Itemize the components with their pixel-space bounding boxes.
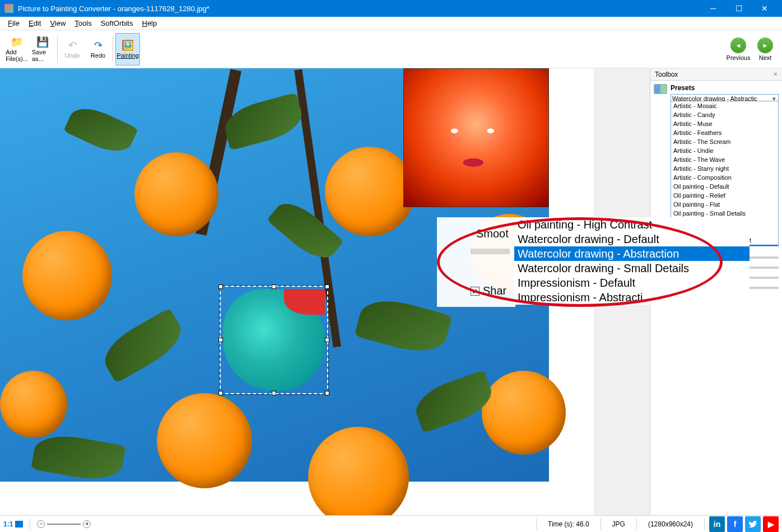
previous-label: Previous (727, 54, 751, 61)
menu-help[interactable]: Help (137, 18, 161, 29)
resize-handle-n[interactable] (272, 284, 276, 289)
fit-screen-icon[interactable] (15, 521, 23, 528)
status-format: JPG (606, 520, 632, 528)
resize-handle-e[interactable] (325, 338, 329, 342)
presets-label: Presets (671, 84, 779, 92)
twitter-icon[interactable] (745, 516, 761, 532)
painting-button[interactable]: 🖼️ Painting (115, 33, 140, 66)
preset-option[interactable]: Artistic - Starry night (671, 164, 778, 173)
app-icon (4, 4, 13, 13)
preset-option[interactable]: Artistic - Muse (671, 119, 778, 128)
menu-tools[interactable]: Tools (70, 18, 96, 29)
close-button[interactable]: ✕ (752, 0, 778, 17)
resize-handle-s[interactable] (272, 391, 276, 395)
undo-label: Undo (65, 52, 80, 59)
save-as-button[interactable]: 💾 Save as... (30, 33, 55, 66)
magnified-callout: Smoot ✓Shar Oil painting - High Contrast… (437, 217, 723, 307)
resize-handle-sw[interactable] (218, 391, 223, 395)
linkedin-icon[interactable]: in (709, 516, 725, 532)
preset-option[interactable]: Oil painting - Small Details (671, 209, 778, 218)
zoom-out-button[interactable]: − (37, 520, 45, 528)
selection-rectangle[interactable] (220, 286, 328, 394)
resize-handle-se[interactable] (325, 391, 329, 395)
preset-option[interactable]: Artistic - Composition (671, 173, 778, 182)
preset-option[interactable]: Oil painting - Default (671, 182, 778, 191)
add-files-icon: 📁 (11, 36, 22, 48)
menubar: File Edit View Tools SoftOrbits Help (0, 17, 782, 30)
menu-softorbits[interactable]: SoftOrbits (96, 18, 138, 29)
maximize-button[interactable]: ☐ (726, 0, 752, 17)
preset-option[interactable]: Artistic - Candy (671, 110, 778, 119)
zoom-in-button[interactable]: + (83, 520, 91, 528)
toolbar-separator-2 (113, 36, 113, 63)
zoom-ratio-label[interactable]: 1:1 (3, 520, 13, 528)
undo-icon: ↶ (67, 40, 78, 51)
toolbox-header: Toolbox ✕ (650, 68, 782, 81)
save-icon: 💾 (37, 36, 48, 48)
preset-option[interactable]: Artistic - Feathers (671, 128, 778, 137)
add-files-button[interactable]: 📁 Add File(s)... (4, 33, 29, 66)
selection-preview (223, 289, 325, 391)
previous-button[interactable]: ◄ Previous (726, 33, 751, 66)
preset-option[interactable]: Artistic - The Scream (671, 137, 778, 146)
minimize-button[interactable]: ─ (700, 0, 726, 17)
redo-button[interactable]: ↷ Redo (86, 33, 110, 66)
resize-handle-ne[interactable] (325, 284, 329, 289)
menu-view[interactable]: View (45, 18, 70, 29)
toolbar: 📁 Add File(s)... 💾 Save as... ↶ Undo ↷ R… (0, 30, 782, 68)
status-dimensions: (1280x960x24) (641, 520, 700, 528)
preset-option[interactable]: Artistic - Mosaic (671, 101, 778, 110)
resize-handle-w[interactable] (218, 338, 223, 342)
preset-option[interactable]: Artistic - The Wave (671, 155, 778, 164)
toolbox-close-icon[interactable]: ✕ (773, 71, 778, 77)
statusbar: 1:1 − + Time (s): 46.0 JPG (1280x960x24)… (0, 515, 782, 532)
toolbar-separator (57, 36, 58, 63)
presets-icon (654, 84, 667, 94)
zoom-slider[interactable] (47, 524, 81, 525)
redo-icon: ↷ (92, 40, 104, 51)
previous-icon: ◄ (730, 38, 746, 53)
window-title: Picture to Painting Converter - oranges-… (18, 4, 700, 13)
callout-ellipse-icon (437, 217, 723, 307)
next-label: Next (759, 54, 772, 61)
toolbox-title: Toolbox (655, 71, 678, 78)
undo-button[interactable]: ↶ Undo (60, 33, 85, 66)
add-files-label: Add File(s)... (6, 49, 28, 62)
facebook-icon[interactable]: f (727, 516, 743, 532)
preset-option[interactable]: Oil painting - Flat (671, 200, 778, 209)
painting-label: Painting (117, 52, 139, 59)
effect-preview-thumbnail (403, 68, 549, 207)
painting-icon: 🖼️ (122, 40, 133, 51)
youtube-icon[interactable]: ▶ (763, 516, 779, 532)
next-icon: ► (757, 38, 773, 53)
menu-edit[interactable]: Edit (24, 18, 45, 29)
next-button[interactable]: ► Next (753, 33, 778, 66)
menu-file[interactable]: File (3, 18, 24, 29)
preset-option[interactable]: Artistic - Undie (671, 146, 778, 155)
status-time: Time (s): 46.0 (541, 520, 596, 528)
redo-label: Redo (91, 52, 105, 59)
titlebar: Picture to Painting Converter - oranges-… (0, 0, 782, 17)
preset-option[interactable]: Oil painting - Relief (671, 191, 778, 200)
save-as-label: Save as... (32, 49, 53, 62)
resize-handle-nw[interactable] (218, 284, 223, 289)
